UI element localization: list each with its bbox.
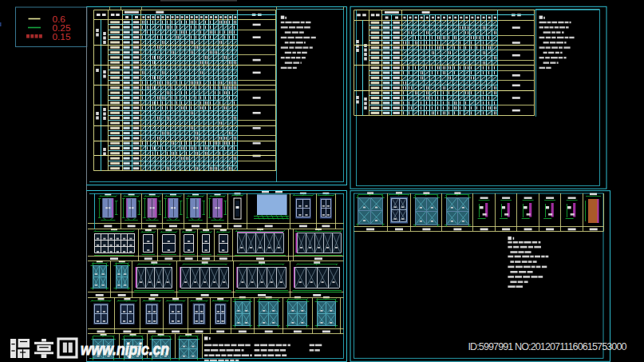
svg-text:www.nipic.cn: www.nipic.cn [81, 340, 169, 358]
svg-text:0.15: 0.15 [53, 31, 71, 42]
svg-text:ID:5997991 NO:2012071116061575: ID:5997991 NO:20120711160615753000 [468, 341, 627, 352]
